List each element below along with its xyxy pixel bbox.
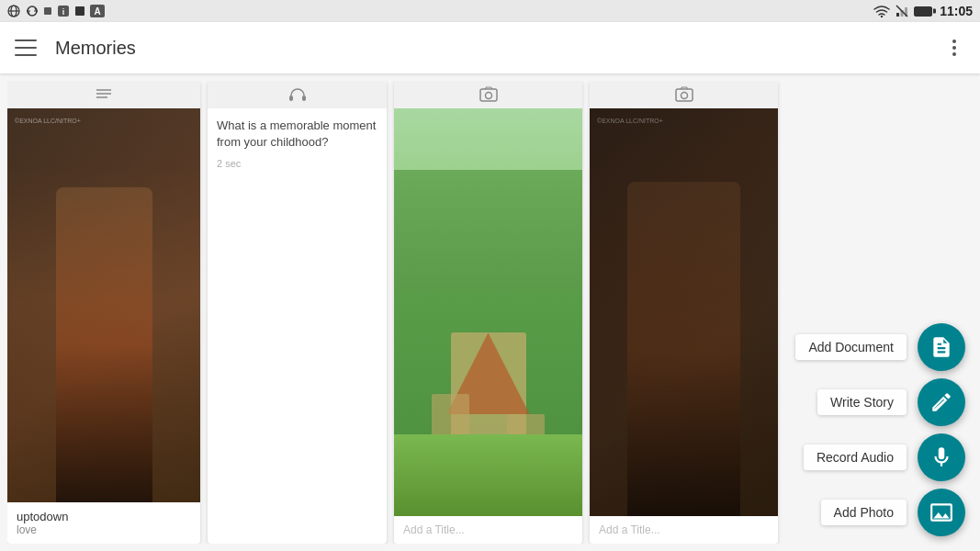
add-title-3[interactable]: Add a Title... xyxy=(394,516,582,544)
svg-rect-9 xyxy=(896,13,899,17)
add-photo-button[interactable] xyxy=(918,489,965,536)
globe-icon xyxy=(7,5,20,17)
add-document-label: Add Document xyxy=(795,334,907,360)
status-bar: i A 11:05 xyxy=(0,0,980,22)
status-left-icons: i A xyxy=(7,5,105,17)
card-image-3 xyxy=(394,108,582,516)
battery-icon xyxy=(914,6,932,17)
mic-icon xyxy=(929,445,953,469)
signal-icon xyxy=(896,5,908,17)
svg-rect-16 xyxy=(302,96,306,101)
copyright-1: ©EXNOA LLC/NITRO+ xyxy=(15,118,81,124)
add-document-button[interactable] xyxy=(918,323,965,371)
write-story-label: Write Story xyxy=(817,389,907,415)
card-footer-1: uptodown love xyxy=(7,502,200,544)
write-story-button[interactable] xyxy=(918,378,965,426)
status-right-icons: 11:05 xyxy=(873,4,973,18)
app-icon-group xyxy=(44,7,51,15)
card-icon-bar-1 xyxy=(7,81,200,108)
fab-area: Add Document Write Story Record Audio Ad… xyxy=(795,323,965,536)
svg-point-18 xyxy=(485,93,491,99)
card-icon-bar-4 xyxy=(590,81,778,108)
app-bar: Memories xyxy=(0,22,980,73)
memory-card-4[interactable]: ©EXNOA LLC/NITRO+ Add a Title... xyxy=(590,81,778,544)
record-audio-button[interactable] xyxy=(918,433,965,481)
fab-row-write-story: Write Story xyxy=(817,378,965,426)
fab-row-record-audio: Record Audio xyxy=(804,433,965,481)
card-image-4: ©EXNOA LLC/NITRO+ xyxy=(590,108,778,516)
more-options-button[interactable] xyxy=(943,37,965,59)
add-photo-label: Add Photo xyxy=(821,500,907,525)
svg-text:i: i xyxy=(62,7,65,17)
document-icon xyxy=(929,335,953,359)
card-title-1: uptodown xyxy=(17,510,191,523)
time-display: 11:05 xyxy=(940,4,973,18)
a-icon: A xyxy=(90,5,105,17)
sync-icon xyxy=(26,5,39,17)
svg-text:A: A xyxy=(94,6,100,17)
photo-icon-4 xyxy=(675,86,693,103)
square-icon xyxy=(75,6,84,16)
card-body-2: What is a memorable moment from your chi… xyxy=(208,108,387,544)
fab-row-add-document: Add Document xyxy=(795,323,965,371)
memory-card-2[interactable]: What is a memorable moment from your chi… xyxy=(208,81,387,544)
copyright-4: ©EXNOA LLC/NITRO+ xyxy=(597,118,663,124)
card-timestamp-2: 2 sec xyxy=(217,158,377,169)
svg-point-20 xyxy=(681,93,687,99)
svg-rect-15 xyxy=(289,96,293,101)
svg-point-7 xyxy=(881,16,883,17)
main-content: ©EXNOA LLC/NITRO+ uptodown love What is … xyxy=(0,73,980,551)
headphone-icon xyxy=(288,86,307,103)
write-icon xyxy=(929,390,953,414)
record-audio-label: Record Audio xyxy=(804,444,907,470)
info-icon: i xyxy=(57,5,70,17)
memory-card-1[interactable]: ©EXNOA LLC/NITRO+ uptodown love xyxy=(7,81,200,544)
add-title-4[interactable]: Add a Title... xyxy=(590,516,778,544)
wifi-icon xyxy=(873,5,890,17)
card-question-2: What is a memorable moment from your chi… xyxy=(217,118,377,151)
memory-card-3[interactable]: Add a Title... xyxy=(394,81,582,544)
card-icon-bar-2 xyxy=(208,81,387,108)
svg-rect-11 xyxy=(905,7,907,17)
fab-row-add-photo: Add Photo xyxy=(821,489,965,536)
card-subtitle-1: love xyxy=(17,523,191,536)
card-image-1: ©EXNOA LLC/NITRO+ xyxy=(7,108,200,502)
text-lines-icon xyxy=(95,87,113,102)
add-photo-icon xyxy=(929,500,953,524)
page-title: Memories xyxy=(55,38,943,59)
photo-icon-3 xyxy=(479,86,498,103)
hamburger-menu[interactable] xyxy=(15,39,37,56)
svg-rect-10 xyxy=(901,10,904,17)
card-icon-bar-3 xyxy=(394,81,582,108)
